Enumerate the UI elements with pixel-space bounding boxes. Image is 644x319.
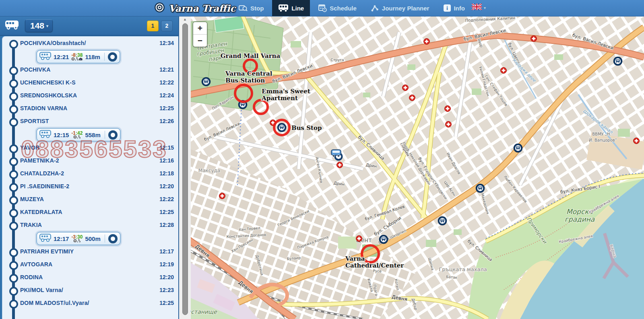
- nav-item-journey[interactable]: Journey Planner: [365, 0, 436, 16]
- bus-stop-marker[interactable]: [476, 184, 485, 193]
- vehicle-card[interactable]: 12:15-1:42558m: [36, 128, 121, 142]
- stop-scheduled-time: 12:28: [159, 222, 174, 228]
- stop-name: RODINA: [20, 274, 43, 280]
- locate-vehicle-button[interactable]: [108, 234, 118, 243]
- scrollbar-up-arrow[interactable]: ▲: [179, 17, 191, 21]
- direction-tab-1[interactable]: 1: [147, 21, 159, 31]
- stop-row[interactable]: RODINA12:20: [2, 271, 179, 284]
- bus-stop-marker[interactable]: [614, 57, 622, 66]
- nav-label: Stop: [250, 5, 264, 12]
- nav-item-stop[interactable]: Stop: [233, 0, 270, 16]
- stop-scheduled-time: 12:15: [159, 144, 174, 151]
- stop-row[interactable]: YAVOR12:15: [2, 141, 179, 154]
- timeline-node-icon: [9, 157, 18, 166]
- stop-row[interactable]: SREDNOSHKOLSKA12:24: [2, 89, 179, 102]
- stop-name: PAMETNIKA-2: [20, 157, 59, 164]
- wheelchair-icon: [77, 239, 80, 243]
- map-label: Гръцката махала: [439, 266, 487, 272]
- stop-row[interactable]: PATRIARH EVTIMIY12:17: [2, 245, 179, 258]
- language-selector[interactable]: ▾: [472, 4, 486, 12]
- timeline-node-icon: [9, 40, 18, 49]
- stop-scheduled-time: 12:16: [159, 157, 174, 164]
- map-zoom-control: + −: [193, 22, 207, 47]
- stop-row[interactable]: AVTOGARA12:19: [2, 258, 179, 271]
- stop-row[interactable]: SPORTIST12:26: [2, 115, 179, 128]
- line-number-dropdown[interactable]: 148 ▾: [25, 19, 53, 32]
- bus-stop-marker[interactable]: [278, 123, 286, 132]
- vehicle-distance: 558m: [85, 132, 100, 138]
- stop-row[interactable]: PI .SAEDINENIE-212:20: [2, 180, 179, 193]
- medical-marker-icon: [445, 106, 451, 112]
- stop-name: MUZEYA: [20, 196, 44, 202]
- stop-scheduled-time: 12:25: [159, 105, 174, 111]
- divider: [104, 53, 105, 61]
- brand-logo[interactable]: Varna Traffic: [154, 2, 235, 14]
- zoom-out-button[interactable]: −: [193, 35, 207, 47]
- vehicle-card[interactable]: 12:21-8:38118m: [36, 50, 120, 64]
- bus-icon: [5, 20, 19, 32]
- stop-row[interactable]: PAMETNIKA-212:16: [2, 154, 179, 167]
- stop-row[interactable]: TRAKIA12:28: [2, 218, 179, 231]
- stop-row[interactable]: KATEDRALATA12:25: [2, 206, 179, 218]
- ac-icon: [71, 57, 75, 61]
- stop-name: PATRIARH EVTIMIY: [20, 248, 74, 255]
- medical-marker-icon: [531, 36, 537, 42]
- direction-tab-2[interactable]: 2: [161, 21, 173, 31]
- stop-scheduled-time: 12:20: [159, 183, 174, 189]
- map-canvas[interactable]: бул. Васил Левскибул. Васил Левскибул. В…: [190, 16, 644, 319]
- line-icon: [278, 4, 289, 12]
- zoom-in-button[interactable]: +: [193, 22, 207, 35]
- stop-scheduled-time: 12:34: [159, 40, 174, 46]
- vehicle-row: 12:21-8:38118m: [2, 49, 179, 63]
- vehicle-distance: 118m: [85, 54, 100, 60]
- stop-row[interactable]: MUZEYA12:22: [2, 193, 179, 206]
- bus-stop-marker[interactable]: [202, 78, 211, 86]
- locate-vehicle-button[interactable]: [108, 130, 118, 140]
- stop-list-panel: POCHIVKA/Obrashtach/12:3412:21-8:38118mP…: [2, 36, 179, 319]
- timeline-node-icon: [9, 79, 18, 88]
- bus-stop-marker[interactable]: [514, 144, 522, 152]
- stop-scheduled-time: 12:25: [159, 209, 174, 215]
- timeline-node-icon: [9, 209, 18, 218]
- nav-label: Line: [291, 5, 304, 12]
- vehicle-arrival-time: 12:21: [54, 54, 69, 60]
- stop-row[interactable]: POCHIVKA12:21: [2, 63, 179, 76]
- annotation-label: Bus Stop: [291, 124, 322, 132]
- locate-vehicle-button[interactable]: [108, 52, 117, 62]
- stop-row[interactable]: UCHENICHESKI K-S12:22: [2, 76, 179, 89]
- bus-icon: [39, 130, 52, 140]
- nav-item-line[interactable]: Line: [272, 0, 310, 16]
- stop-scheduled-time: 12:21: [159, 66, 174, 73]
- stop-row[interactable]: DOM MLADOST/ul.Vyara/12:25: [2, 296, 179, 309]
- top-navbar: Varna Traffic StopLineScheduleJourney Pl…: [0, 0, 644, 16]
- medical-marker-icon: [501, 68, 507, 74]
- nav-item-info[interactable]: iInfo: [438, 0, 471, 16]
- medical-marker-icon: [219, 193, 225, 199]
- vehicle-arrival-time: 12:15: [54, 132, 69, 138]
- chevron-down-icon: ▾: [46, 24, 48, 28]
- vehicle-card[interactable]: 12:17-3:30500m: [36, 232, 121, 245]
- stop-row[interactable]: CHATALDZHA-212:18: [2, 167, 179, 180]
- vehicle-delay: -1:42: [71, 131, 83, 139]
- bus-stop-marker[interactable]: [438, 217, 447, 225]
- vehicle-row: 12:15-1:42558m: [2, 128, 179, 141]
- stop-name: POCHIVKA: [20, 66, 51, 73]
- stop-row[interactable]: STADION VARNA12:25: [2, 102, 179, 115]
- timeline-node-icon: [9, 222, 18, 231]
- stop-scheduled-time: 12:17: [159, 248, 174, 255]
- wheelchair-icon: [75, 57, 78, 61]
- uk-flag-icon: [472, 4, 482, 12]
- sidebar-scrollbar: ▲: [178, 16, 191, 319]
- bus-stop-marker[interactable]: [380, 235, 388, 244]
- bus-icon: [39, 233, 52, 244]
- stop-row[interactable]: POCHIVKA/Obrashtach/12:34: [2, 37, 179, 49]
- ac-icon: [73, 239, 77, 243]
- vehicle-amenity-icons: [71, 57, 83, 61]
- stop-row[interactable]: PKI/MOL Varna/12:23: [2, 284, 179, 296]
- scrollbar-thumb[interactable]: [182, 23, 188, 315]
- nav-label: Journey Planner: [382, 5, 429, 12]
- nav-item-schedule[interactable]: Schedule: [312, 0, 363, 16]
- timeline-node-icon: [9, 144, 18, 153]
- vehicle-amenity-icons: [73, 135, 80, 139]
- timeline-node-icon: [9, 170, 18, 179]
